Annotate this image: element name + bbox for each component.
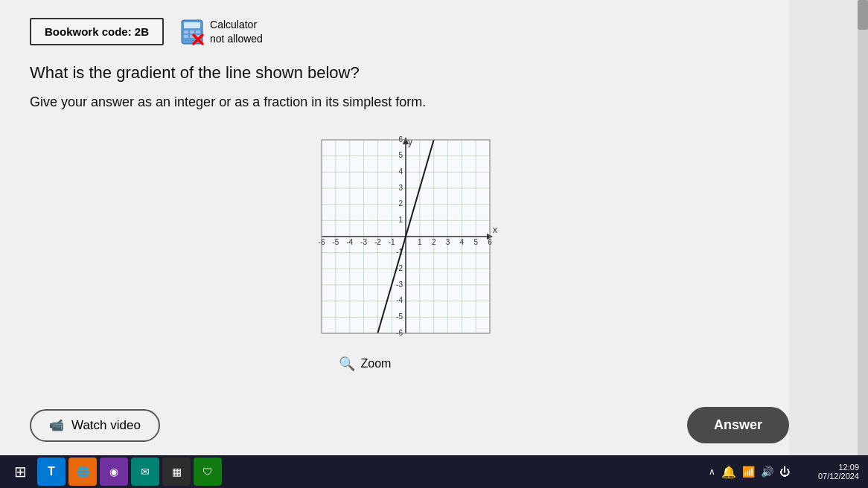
system-tray: ∧ 🔔 📶 🔊 ⏻ xyxy=(709,465,790,479)
svg-rect-4 xyxy=(196,30,200,33)
taskbar-app-4[interactable]: ✉ xyxy=(131,458,159,486)
scrollbar-track[interactable] xyxy=(858,0,868,455)
question-subtitle: Give your answer as an integer or as a f… xyxy=(30,94,759,110)
calculator-badge: Calculator not allowed xyxy=(179,18,263,45)
answer-label: Answer xyxy=(714,417,762,432)
tray-wifi[interactable]: 📶 xyxy=(742,466,755,478)
zoom-icon: 🔍 xyxy=(339,356,355,372)
graph-container: 🔍 Zoom xyxy=(30,125,759,372)
scrollbar-thumb[interactable] xyxy=(858,0,868,30)
taskbar-app-5[interactable]: ▦ xyxy=(162,458,191,486)
taskbar-date-display: 07/12/2024 xyxy=(818,472,859,481)
video-camera-icon: 📹 xyxy=(49,418,64,432)
main-content: Bookwork code: 2B xyxy=(0,0,789,488)
header-bar: Bookwork code: 2B xyxy=(30,18,759,45)
svg-rect-1 xyxy=(184,22,200,28)
taskbar-start[interactable]: ⊞ xyxy=(6,458,34,486)
taskbar: ⊞ T 🌐 ◉ ✉ ▦ 🛡 ∧ 🔔 📶 🔊 ⏻ 12:09 07/12/2024 xyxy=(0,455,868,488)
zoom-control[interactable]: 🔍 Zoom xyxy=(339,356,392,372)
tray-power[interactable]: ⏻ xyxy=(779,466,790,478)
taskbar-clock[interactable]: 12:09 07/12/2024 xyxy=(818,463,859,481)
tray-chevron[interactable]: ∧ xyxy=(709,466,715,477)
taskbar-app-1[interactable]: T xyxy=(37,458,66,486)
taskbar-app-6[interactable]: 🛡 xyxy=(194,458,222,486)
calculator-icon xyxy=(179,19,205,45)
calculator-label-line1: Calculator xyxy=(210,18,263,31)
zoom-label: Zoom xyxy=(361,357,392,370)
svg-rect-3 xyxy=(190,30,194,33)
taskbar-app-2[interactable]: 🌐 xyxy=(68,458,97,486)
taskbar-app-3[interactable]: ◉ xyxy=(100,458,128,486)
svg-rect-5 xyxy=(184,35,188,38)
graph-canvas xyxy=(290,125,499,348)
calculator-text: Calculator not allowed xyxy=(210,18,263,45)
tray-notification[interactable]: 🔔 xyxy=(721,465,736,479)
taskbar-time-display: 12:09 xyxy=(818,463,859,472)
svg-rect-2 xyxy=(184,30,188,33)
graph-wrapper xyxy=(290,125,499,348)
answer-button[interactable]: Answer xyxy=(687,407,789,443)
calculator-label-line2: not allowed xyxy=(210,32,263,45)
watch-video-button[interactable]: 📹 Watch video xyxy=(30,409,160,442)
watch-video-label: Watch video xyxy=(71,418,141,433)
tray-volume[interactable]: 🔊 xyxy=(761,466,773,478)
taskbar-apps: ⊞ T 🌐 ◉ ✉ ▦ 🛡 xyxy=(6,458,222,486)
question-title: What is the gradient of the line shown b… xyxy=(30,63,759,83)
bottom-row: 📹 Watch video Answer xyxy=(30,407,819,443)
bookwork-code: Bookwork code: 2B xyxy=(30,18,164,45)
